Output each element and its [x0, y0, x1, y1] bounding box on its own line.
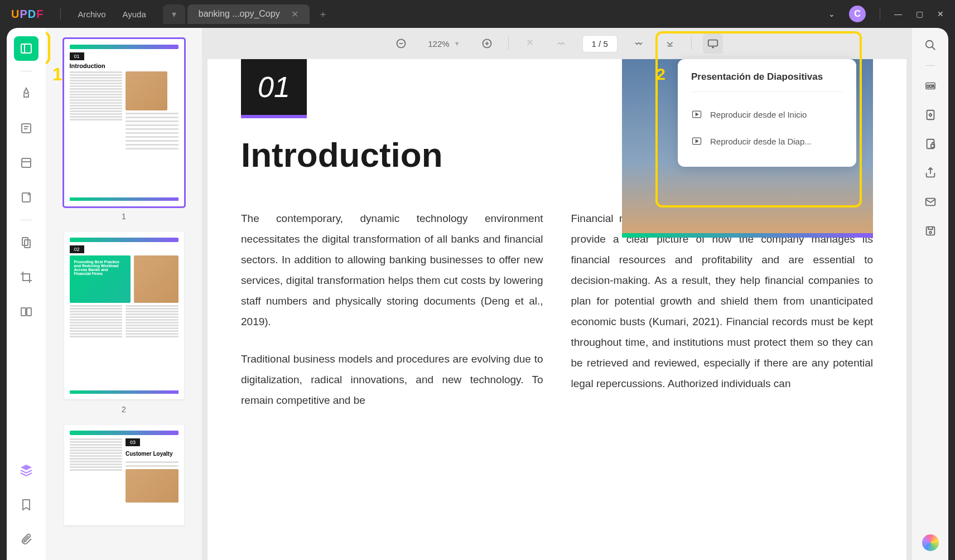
thumbnail-1[interactable]: 01 Introduction 1 [57, 39, 191, 221]
svg-rect-11 [27, 308, 31, 316]
minimize-button[interactable]: — [894, 9, 902, 18]
convert-icon[interactable] [922, 106, 939, 124]
thumbnail-3[interactable]: 03 Customer Loyalty [57, 425, 191, 525]
left-sidebar [7, 28, 46, 560]
reader-mode-icon[interactable] [14, 36, 38, 61]
zoom-in-button[interactable] [477, 33, 497, 54]
menu-bar: Archivo Ayuda [78, 9, 146, 19]
content-area: 2 122% ▼ 1 / 5 [202, 28, 912, 560]
slideshow-popup: Presentación de Diapositivas Reproducir … [678, 59, 856, 167]
svg-rect-27 [927, 110, 934, 120]
attachment-icon[interactable] [14, 527, 38, 552]
crop-icon[interactable] [14, 265, 38, 289]
thumbnails-panel[interactable]: 1 01 Introduction 1 [46, 28, 202, 560]
zoom-out-button[interactable] [391, 33, 411, 54]
popup-title: Presentación de Diapositivas [691, 71, 843, 92]
last-page-button[interactable] [660, 33, 680, 54]
organize-icon[interactable] [14, 230, 38, 255]
menu-ayuda[interactable]: Ayuda [123, 9, 146, 19]
column-1: The contemporary, dynamic technology env… [241, 208, 543, 411]
highlight-icon[interactable] [14, 81, 38, 106]
tab-add-button[interactable]: ＋ [318, 7, 328, 21]
svg-rect-5 [22, 158, 31, 167]
edit-text-icon[interactable] [14, 116, 38, 141]
highlight-marker-1 [46, 31, 50, 65]
svg-line-24 [932, 47, 935, 50]
share-icon[interactable] [922, 164, 939, 182]
form-icon[interactable] [14, 185, 38, 210]
save-icon[interactable] [922, 222, 939, 240]
ocr-icon[interactable]: OCR [922, 77, 939, 95]
thumbnail-2[interactable]: 02 Promoting Best Practice and Reducing … [57, 232, 191, 414]
svg-rect-0 [21, 44, 31, 53]
svg-text:OCR: OCR [926, 84, 934, 88]
chevron-down-icon[interactable]: ⌄ [828, 9, 835, 18]
play-from-start-button[interactable]: Reproducir desde el Inicio [691, 101, 843, 128]
page-layout-icon[interactable] [14, 151, 38, 175]
annotation-1: 1 [52, 64, 62, 85]
window-controls: ⌄ C — ▢ ✕ [828, 6, 955, 22]
right-sidebar: OCR [912, 28, 948, 560]
titlebar: UPDF Archivo Ayuda ▾ banking ...opy_Copy… [0, 0, 955, 28]
svg-point-23 [925, 41, 933, 48]
app-logo: UPDF [0, 8, 55, 21]
layers-icon[interactable] [14, 458, 38, 482]
page-number-input[interactable]: 1 / 5 [582, 35, 618, 52]
thumb-number: 1 [57, 212, 191, 221]
play-from-current-button[interactable]: Reproducir desde la Diap... [691, 128, 843, 155]
tab-active[interactable]: banking ...opy_Copy ✕ [187, 4, 310, 24]
page-badge: 01 [241, 59, 307, 118]
svg-point-33 [929, 231, 932, 234]
tab-inactive[interactable]: ▾ [163, 4, 185, 24]
annotation-2: 2 [656, 65, 665, 84]
tabs-container: ▾ banking ...opy_Copy ✕ ＋ [163, 4, 328, 24]
next-page-button[interactable] [629, 33, 649, 54]
menu-archivo[interactable]: Archivo [78, 9, 105, 19]
user-avatar[interactable]: C [849, 6, 866, 22]
document-columns: The contemporary, dynamic technology env… [241, 208, 873, 411]
tab-title: banking ...opy_Copy [199, 9, 280, 19]
search-icon[interactable] [922, 36, 939, 54]
slideshow-button[interactable] [703, 33, 723, 54]
protect-icon[interactable] [922, 135, 939, 153]
compare-icon[interactable] [14, 300, 38, 324]
close-button[interactable]: ✕ [937, 9, 944, 18]
svg-rect-19 [708, 40, 717, 46]
prev-page-button[interactable] [551, 33, 571, 54]
tab-close-button[interactable]: ✕ [291, 9, 298, 20]
zoom-dropdown[interactable]: 122% ▼ [422, 36, 465, 52]
ai-assistant-icon[interactable] [922, 534, 939, 552]
right-sidebar-bottom [922, 534, 939, 552]
main-area: 1 01 Introduction 1 [7, 28, 948, 560]
first-page-button[interactable] [520, 33, 540, 54]
column-2: Financial records are crucial for any bu… [571, 208, 874, 411]
maximize-button[interactable]: ▢ [916, 9, 923, 18]
document-toolbar: 122% ▼ 1 / 5 [202, 28, 912, 59]
thumb-number: 2 [57, 405, 191, 414]
bookmark-icon[interactable] [14, 493, 38, 517]
email-icon[interactable] [922, 193, 939, 211]
svg-rect-10 [21, 308, 26, 316]
sidebar-bottom [14, 458, 38, 552]
